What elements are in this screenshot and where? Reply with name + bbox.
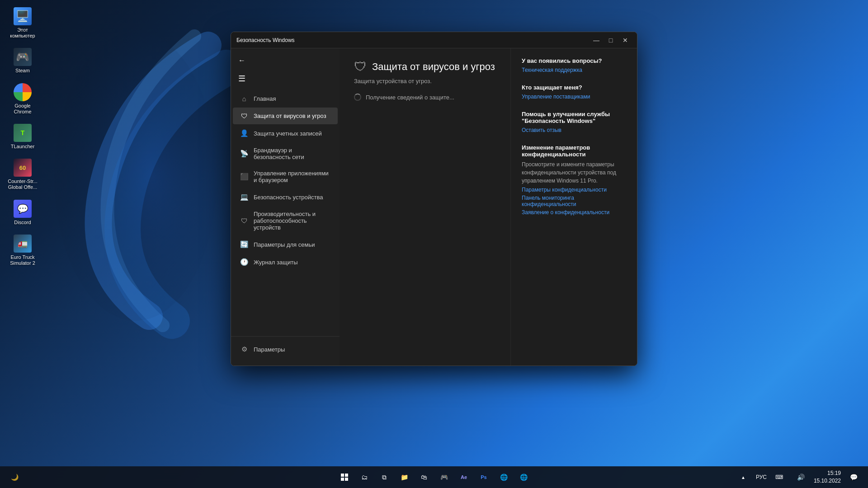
taskbar-cortana-button[interactable]: 🌐 [495,468,513,486]
desktop-icon-discord[interactable]: 💬 Discord [5,197,41,228]
sidebar-item-journal[interactable]: 🕐 Журнал защиты [233,253,338,271]
taskbar-multitask-button[interactable]: ⧉ [375,468,393,486]
desktop-icon-ets2[interactable]: 🚛 Euro Truck Simulator 2 [5,232,41,269]
firewall-icon: 📡 [240,150,248,158]
chrome-icon [14,83,32,101]
discord-icon: 💬 [14,200,32,218]
taskbar-ps-button[interactable]: Ps [475,468,493,486]
notification-button[interactable]: 🌙 [5,468,24,486]
main-content: 🛡 Защита от вирусов и угроз Защита устро… [340,48,510,366]
pc-icon: 🖥️ [14,7,32,25]
ets2-label: Euro Truck Simulator 2 [6,254,39,266]
virus-shield-icon: 🛡 [240,112,248,120]
loading-spinner [354,94,361,101]
loading-section: Получение сведений о защите... [354,94,496,101]
title-bar: Безопасность Windows — □ ✕ [231,32,637,48]
privacy-description: Просмотрите и измените параметры конфиде… [522,160,626,185]
taskbar-clock[interactable]: 15:19 15.10.2022 [814,469,841,485]
sidebar-item-family[interactable]: 🔄 Параметры для семьи [233,236,338,253]
manage-providers-link[interactable]: Управление поставщиками [522,94,626,100]
panel-section-help: Помощь в улучшении службы "Безопасность … [522,111,626,133]
taskbar-explorer-button[interactable]: 📁 [395,468,413,486]
sidebar-item-settings[interactable]: ⚙ Параметры [233,341,338,358]
support-link[interactable]: Техническая поддержка [522,67,626,73]
close-button[interactable]: ✕ [619,36,632,45]
windows-security-window: Безопасность Windows — □ ✕ ← ☰ ⌂ [231,32,637,366]
maximize-button[interactable]: □ [604,36,617,45]
tlauncher-label: TLauncher [11,144,35,150]
taskbar-search-button[interactable]: 🗂 [355,468,373,486]
discord-label: Discord [14,220,31,225]
right-panel: У вас появились вопросы? Техническая под… [510,48,637,366]
steam-label: Steam [15,68,30,74]
back-icon: ← [238,56,245,65]
desktop-icon-tlauncher[interactable]: T TLauncher [5,121,41,152]
privacy-settings-link[interactable]: Параметры конфиденциальности [522,187,626,193]
taskbar-language: РУС [756,474,767,480]
sidebar-item-account[interactable]: 👤 Защита учетных записей [233,125,338,142]
menu-icon: ☰ [238,74,245,84]
svg-point-0 [54,32,217,321]
taskbar-keyboard-button[interactable]: ⌨ [770,468,788,486]
panel-section-questions: У вас появились вопросы? Техническая под… [522,57,626,73]
svg-rect-1 [341,474,344,477]
sidebar-item-settings-label: Параметры [254,346,285,353]
menu-button[interactable]: ☰ [231,69,340,88]
sidebar-item-account-label: Защита учетных записей [254,130,322,137]
taskbar-store-button[interactable]: 🛍 [415,468,433,486]
settings-icon: ⚙ [240,345,248,353]
taskbar: 🌙 🗂 ⧉ 📁 🛍 🎮 Ae Ps 🌐 🌐 ▲ РУС [0,466,868,488]
panel-section-who-protects: Кто защищает меня? Управление поставщика… [522,84,626,100]
sidebar-item-device-label: Безопасность устройства [254,194,323,201]
family-icon: 🔄 [240,240,248,249]
taskbar-notification-center[interactable]: 💬 [844,468,863,486]
desktop-icon-steam[interactable]: 🎮 Steam [5,45,41,76]
taskbar-chevron-button[interactable]: ▲ [734,468,752,486]
window-content: ← ☰ ⌂ Главная 🛡 Защита от вирусов и угро… [231,48,637,366]
sidebar-item-firewall[interactable]: 📡 Брандмауэр и безопасность сети [233,142,338,165]
privacy-dashboard-link[interactable]: Панель мониторинга конфиденциальности [522,195,626,207]
sidebar-item-performance-label: Производительность и работоспособность у… [254,211,330,231]
who-protects-title: Кто защищает меня? [522,84,626,91]
sidebar-item-device[interactable]: 💻 Безопасность устройства [233,188,338,206]
minimize-button[interactable]: — [590,36,603,45]
taskbar-chrome-taskbar-button[interactable]: 🌐 [514,468,533,486]
sidebar-item-home-label: Главная [254,95,276,102]
performance-icon: 🛡 [240,217,248,225]
sidebar-item-home[interactable]: ⌂ Главная [233,90,338,107]
account-icon: 👤 [240,129,248,137]
leave-feedback-link[interactable]: Оставить отзыв [522,127,626,133]
steam-icon: 🎮 [14,48,32,66]
back-button[interactable]: ← [231,52,340,69]
chrome-label: Google Chrome [6,103,39,115]
taskbar-ae-button[interactable]: Ae [455,468,473,486]
window-title: Безопасность Windows [236,37,295,43]
appcontrol-icon: ⬛ [240,173,248,181]
desktop-icons: 🖥️ Этот компьютер 🎮 Steam Google Chrome … [5,5,41,269]
svg-rect-2 [345,474,348,477]
questions-title: У вас появились вопросы? [522,57,626,64]
desktop: 🖥️ Этот компьютер 🎮 Steam Google Chrome … [0,0,868,488]
desktop-icon-csgo[interactable]: 60 Counter-Str... Global Offe... [5,156,41,193]
privacy-title: Изменение параметров конфиденциальности [522,144,626,158]
taskbar-start-button[interactable] [335,468,354,486]
sidebar-item-performance[interactable]: 🛡 Производительность и работоспособность… [233,206,338,235]
sidebar-item-virus[interactable]: 🛡 Защита от вирусов и угроз [233,108,338,124]
svg-rect-3 [341,478,344,481]
device-icon: 💻 [240,193,248,201]
desktop-icon-pc[interactable]: 🖥️ Этот компьютер [5,5,41,42]
sidebar-item-appcontrol[interactable]: ⬛ Управление приложениями и браузером [233,165,338,188]
taskbar-volume-button[interactable]: 🔊 [792,468,810,486]
journal-icon: 🕐 [240,258,248,266]
svg-rect-4 [345,478,348,481]
ets2-icon: 🚛 [14,235,32,253]
desktop-icon-chrome[interactable]: Google Chrome [5,80,41,117]
home-icon: ⌂ [240,95,248,103]
taskbar-steam-button[interactable]: 🎮 [435,468,453,486]
csgo-icon: 60 [14,159,32,177]
sidebar-item-family-label: Параметры для семьи [254,241,315,248]
tlauncher-icon: T [14,124,32,142]
sidebar-item-virus-label: Защита от вирусов и угроз [254,113,326,119]
privacy-statement-link[interactable]: Заявление о конфиденциальности [522,209,626,216]
wallpaper-swirl [36,0,231,352]
